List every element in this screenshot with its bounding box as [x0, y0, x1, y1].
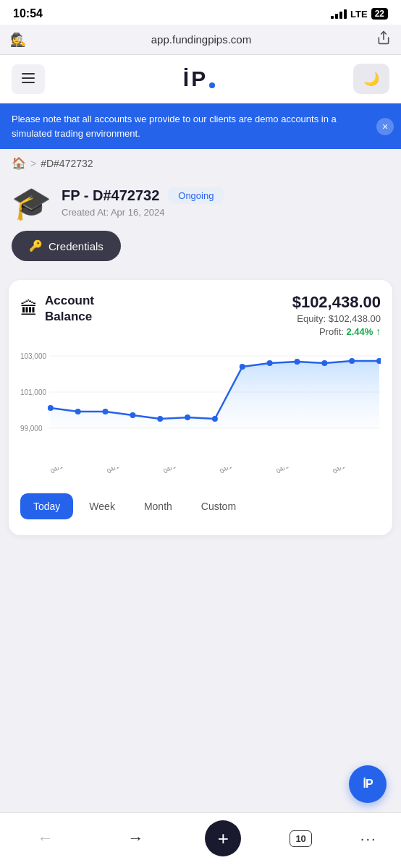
balance-values: $102,438.00 Equity: $102,438.00 Profit: …: [292, 293, 381, 337]
status-icons: LTE 22: [331, 8, 388, 20]
svg-rect-1: [22, 73, 35, 75]
browser-bar: 🕵 app.fundingpips.com: [0, 25, 401, 55]
svg-point-16: [185, 414, 190, 420]
breadcrumb-current: #D#472732: [41, 158, 93, 169]
app-logo: İP: [183, 67, 215, 91]
time-tabs: Today Week Month Custom: [20, 490, 381, 522]
balance-amount: $102,438.00: [292, 293, 381, 312]
svg-point-20: [294, 359, 300, 365]
x-label-3: 04/16/24 16:00: [162, 467, 203, 475]
tabs-count-button[interactable]: 10: [290, 830, 311, 847]
svg-point-14: [130, 412, 135, 418]
bottom-nav: ← → + 10 ···: [0, 812, 401, 868]
svg-point-12: [75, 409, 81, 414]
tab-week[interactable]: Week: [76, 493, 128, 519]
balance-title: 🏛 AccountBalance: [20, 293, 94, 325]
banner-close-button[interactable]: ×: [376, 118, 394, 135]
account-section: 🎓 FP - D#472732 Ongoing Created At: Apr …: [0, 177, 401, 226]
x-label-5: 04/16/24 20:01: [275, 467, 316, 475]
breadcrumb: 🏠 > #D#472732: [0, 149, 401, 177]
x-label-2: 04/16/24 14:00: [106, 467, 147, 475]
tab-today[interactable]: Today: [20, 493, 73, 519]
credentials-section: 🔑 Credentials: [0, 226, 401, 273]
x-label-6: 04/16/24 22:00: [332, 467, 373, 475]
svg-text:99,000: 99,000: [20, 425, 43, 433]
forward-button[interactable]: →: [114, 825, 156, 852]
url-bar[interactable]: app.fundingpips.com: [26, 33, 376, 46]
balance-equity: Equity: $102,438.00: [292, 313, 381, 324]
svg-point-19: [267, 360, 273, 366]
svg-point-15: [157, 416, 163, 422]
balance-header: 🏛 AccountBalance $102,438.00 Equity: $10…: [20, 293, 381, 337]
svg-text:103,000: 103,000: [20, 352, 46, 360]
home-icon[interactable]: 🏠: [12, 156, 26, 170]
menu-button[interactable]: [12, 64, 45, 94]
tab-custom[interactable]: Custom: [188, 493, 249, 519]
x-label-4: 04/16/24 18:01: [219, 467, 260, 475]
back-button[interactable]: ←: [24, 825, 66, 852]
account-created-date: Created At: Apr 16, 2024: [62, 207, 389, 218]
breadcrumb-separator: >: [30, 158, 36, 169]
svg-point-17: [212, 416, 218, 422]
dark-mode-button[interactable]: 🌙: [353, 64, 389, 94]
credentials-label: Credentials: [48, 240, 104, 252]
balance-chart: 103,000 101,000 99,000: [20, 349, 381, 479]
svg-rect-2: [22, 77, 35, 79]
svg-rect-3: [22, 82, 35, 83]
credentials-button[interactable]: 🔑 Credentials: [12, 231, 121, 261]
svg-point-21: [321, 360, 327, 366]
status-bar: 10:54 LTE 22: [0, 0, 401, 25]
add-tab-button[interactable]: +: [205, 820, 241, 856]
account-title: FP - D#472732: [62, 187, 159, 204]
chart-svg: 103,000 101,000 99,000: [20, 349, 381, 464]
more-options-button[interactable]: ···: [360, 830, 377, 847]
incognito-icon: 🕵: [10, 32, 26, 48]
balance-profit: Profit: 2.44% ↑: [292, 326, 381, 337]
svg-point-22: [349, 358, 355, 364]
key-icon: 🔑: [29, 239, 43, 252]
svg-text:101,000: 101,000: [20, 388, 46, 396]
balance-label: AccountBalance: [45, 293, 94, 325]
account-info: FP - D#472732 Ongoing Created At: Apr 16…: [62, 187, 389, 218]
balance-card: 🏛 AccountBalance $102,438.00 Equity: $10…: [9, 280, 392, 535]
fab-button[interactable]: İP: [349, 765, 387, 803]
bank-icon: 🏛: [20, 299, 38, 319]
demo-banner: Please note that all accounts we provide…: [0, 103, 401, 149]
svg-point-11: [48, 405, 54, 411]
lte-label: LTE: [350, 9, 368, 20]
share-icon[interactable]: [376, 30, 391, 48]
banner-text: Please note that all accounts we provide…: [12, 114, 337, 139]
account-avatar: 🎓: [12, 187, 51, 219]
svg-point-18: [240, 364, 245, 370]
tab-month[interactable]: Month: [131, 493, 185, 519]
account-status-badge: Ongoing: [168, 187, 224, 204]
x-label-1: 04/16/24 12:01: [49, 467, 90, 475]
status-time: 10:54: [13, 7, 43, 20]
battery-badge: 22: [371, 8, 388, 20]
signal-icon: [331, 9, 347, 19]
app-header: İP 🌙: [0, 55, 401, 103]
svg-point-13: [103, 409, 109, 414]
